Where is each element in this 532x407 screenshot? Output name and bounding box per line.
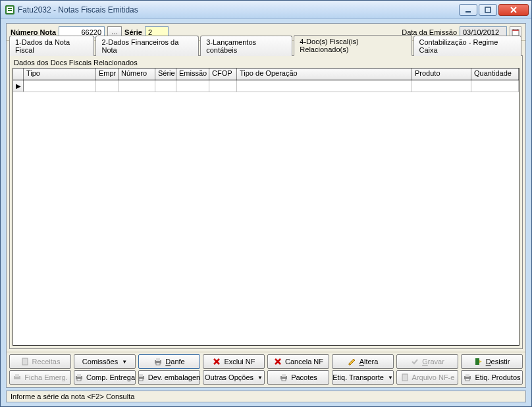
desistir-button[interactable]: Desistir	[461, 354, 523, 369]
dropdown-arrow-icon: ▼	[388, 375, 393, 381]
etiqp-label: Etiq. Produtos	[475, 373, 520, 381]
svg-rect-33	[282, 379, 286, 381]
pacotes-label: Pacotes	[291, 373, 317, 381]
ficha-label: Ficha Emerg.	[24, 373, 67, 381]
svg-rect-4	[466, 11, 471, 13]
col-tipo[interactable]: Tipo	[24, 68, 96, 80]
client-area: Número Nota … Série Data da Emissão 1-Da…	[6, 23, 526, 388]
svg-rect-34	[402, 374, 408, 381]
document-icon	[20, 357, 30, 366]
svg-rect-21	[475, 358, 479, 365]
col-numero[interactable]: Número	[119, 68, 155, 80]
comp-entrega-button[interactable]: Comp. Entrega	[74, 370, 136, 385]
arquivo-label: Arquivo NF-e	[412, 373, 455, 381]
svg-rect-36	[466, 374, 469, 377]
col-cfop[interactable]: CFOP	[209, 68, 237, 80]
dev-label: Dev. embalagem	[148, 373, 200, 381]
document-icon	[400, 373, 410, 382]
grid-row[interactable]: ▶	[13, 80, 519, 92]
status-text: Informe a série da nota <F2> Consulta	[11, 393, 134, 400]
window-buttons	[459, 4, 529, 16]
svg-marker-22	[479, 360, 482, 363]
gravar-label: ravar	[428, 358, 444, 366]
tabstrip: 1-Dados da Nota Fiscal 2-Dados Financeir…	[7, 41, 525, 55]
comissoes-label: Comissões	[82, 358, 118, 366]
comissoes-button[interactable]: Comissões▼	[74, 354, 136, 369]
row-indicator-icon: ▶	[13, 80, 24, 92]
svg-rect-2	[8, 8, 12, 9]
comp-label: Comp. Entrega	[86, 373, 135, 381]
printer-icon	[13, 373, 22, 382]
svg-rect-32	[282, 374, 286, 377]
printer-icon	[74, 373, 84, 382]
svg-rect-27	[77, 379, 81, 381]
etiq-produtos-button[interactable]: Etiq. Produtos	[461, 370, 523, 385]
button-bar-1: Receitas Comissões▼ Danfe Exclui NF Canc…	[7, 352, 525, 369]
grid-corner	[13, 68, 24, 80]
receitas-button: Receitas	[9, 354, 71, 369]
gravar-button: Gravar	[396, 354, 458, 369]
close-button[interactable]	[498, 4, 529, 16]
svg-rect-26	[77, 374, 81, 377]
maximize-button[interactable]	[479, 4, 497, 16]
printer-icon	[138, 373, 146, 382]
svg-rect-14	[156, 358, 160, 361]
numero-label: Número Nota	[11, 28, 56, 36]
svg-rect-29	[139, 374, 143, 377]
etiqt-label: Etiq. Transporte	[332, 373, 384, 381]
ficha-emerg-button: Ficha Emerg.	[9, 370, 71, 385]
cancela-label: Cancela NF	[285, 358, 323, 366]
printer-icon	[463, 373, 472, 382]
danfe-button[interactable]: Danfe	[138, 354, 200, 369]
altera-button[interactable]: Altera	[332, 354, 394, 369]
altera-label: ltera	[364, 358, 378, 366]
tab-panel: Dados dos Docs Fiscais Relacionados Tipo…	[9, 55, 523, 349]
col-serie[interactable]: Série	[155, 68, 176, 80]
dropdown-arrow-icon: ▼	[257, 375, 263, 381]
check-icon	[410, 357, 419, 366]
receitas-label: Receitas	[32, 358, 61, 366]
svg-rect-24	[15, 374, 19, 377]
exclui-button[interactable]: Exclui NF	[203, 354, 265, 369]
exit-icon	[474, 357, 483, 366]
dev-embalagem-button[interactable]: Dev. embalagem	[138, 370, 200, 385]
col-quantidade[interactable]: Quantidade	[471, 68, 519, 80]
dropdown-arrow-icon: ▼	[122, 359, 127, 365]
outras-opcoes-button[interactable]: Outras Opções▼	[203, 370, 265, 385]
svg-rect-37	[466, 379, 469, 381]
printer-icon	[279, 373, 288, 382]
col-tipo-operacao[interactable]: Tipo de Operação	[237, 68, 412, 80]
svg-rect-5	[485, 7, 491, 13]
pencil-icon	[348, 357, 357, 366]
svg-rect-30	[139, 379, 143, 381]
svg-rect-15	[156, 363, 160, 365]
cancela-button[interactable]: Cancela NF	[267, 354, 329, 369]
tab-dados-financeiros[interactable]: 2-Dados Financeiros da Nota	[95, 36, 199, 56]
col-empr[interactable]: Empr	[96, 68, 119, 80]
docs-grid[interactable]: Tipo Empr Número Série Emissão CFOP Tipo…	[13, 68, 519, 346]
grid-header: Tipo Empr Número Série Emissão CFOP Tipo…	[13, 68, 519, 80]
svg-marker-20	[349, 359, 355, 365]
window-title: Fatu2032 - Notas Fiscais Emitidas	[18, 5, 459, 14]
group-title: Dados dos Docs Fiscais Relacionados	[13, 59, 519, 68]
tab-lancamentos[interactable]: 3-Lançamentos contábeis	[200, 36, 292, 56]
danfe-label: anfe	[171, 358, 184, 366]
status-bar: Informe a série da nota <F2> Consulta	[6, 391, 526, 402]
svg-rect-12	[22, 358, 28, 365]
titlebar: Fatu2032 - Notas Fiscais Emitidas	[1, 1, 531, 19]
tab-contabilizacao[interactable]: Contabilização - Regime Caixa	[413, 36, 521, 56]
exclui-label: Exclui NF	[224, 358, 255, 366]
col-emissao[interactable]: Emissão	[176, 68, 209, 80]
minimize-button[interactable]	[459, 4, 477, 16]
pacotes-button[interactable]: Pacotes	[267, 370, 329, 385]
serie-label: Série	[124, 28, 142, 36]
app-window: Fatu2032 - Notas Fiscais Emitidas Número…	[0, 0, 532, 407]
app-icon	[5, 5, 15, 15]
outras-label: Outras Opções	[205, 373, 253, 381]
etiq-transporte-button[interactable]: Etiq. Transporte▼	[332, 370, 394, 385]
tab-dados-nota[interactable]: 1-Dados da Nota Fiscal	[9, 36, 94, 56]
col-produto[interactable]: Produto	[412, 68, 471, 80]
tab-docs-relacionados[interactable]: 4-Doc(s) Fiscal(is) Relacionado(s)	[294, 35, 412, 56]
svg-rect-3	[8, 10, 12, 11]
desistir-label: esistir	[491, 358, 510, 366]
